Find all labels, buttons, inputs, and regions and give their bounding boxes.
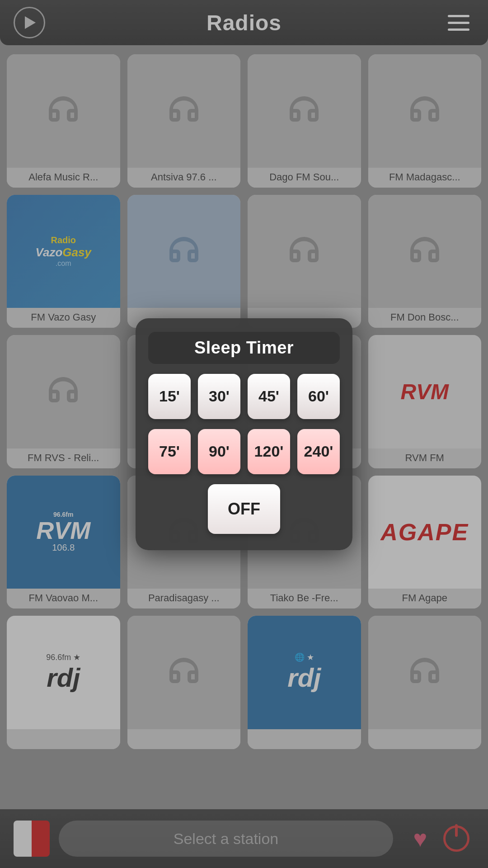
- timer-30-button[interactable]: 30': [198, 374, 240, 419]
- timer-75-button[interactable]: 75': [148, 429, 191, 474]
- sleep-timer-modal: Sleep Timer 15' 30' 45' 60' 75' 90' 120'…: [136, 318, 352, 550]
- timer-90-button[interactable]: 90': [198, 429, 240, 474]
- timer-row-1: 15' 30' 45' 60': [148, 374, 340, 419]
- modal-title: Sleep Timer: [194, 338, 294, 357]
- modal-title-bar: Sleep Timer: [148, 332, 340, 364]
- timer-120-button[interactable]: 120': [248, 429, 290, 474]
- timer-60-button[interactable]: 60': [297, 374, 340, 419]
- timer-240-button[interactable]: 240': [297, 429, 340, 474]
- timer-off-button[interactable]: OFF: [208, 484, 280, 534]
- modal-overlay[interactable]: Sleep Timer 15' 30' 45' 60' 75' 90' 120'…: [0, 0, 488, 868]
- timer-row-2: 75' 90' 120' 240': [148, 429, 340, 474]
- timer-15-button[interactable]: 15': [148, 374, 191, 419]
- timer-45-button[interactable]: 45': [248, 374, 290, 419]
